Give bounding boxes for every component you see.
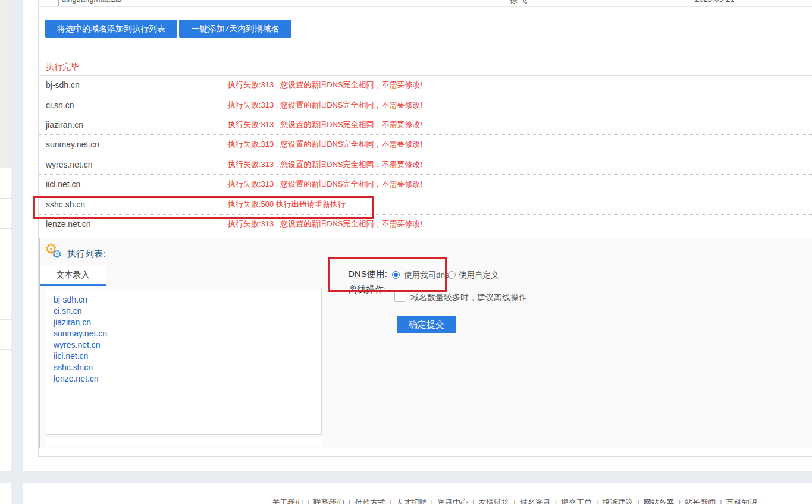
- table-date-cell: 2023-09-21: [695, 0, 735, 4]
- footer-link[interactable]: 站长新闻: [685, 498, 716, 504]
- result-row: ci.sn.cn执行失败:313 . 您设置的新旧DNS完全相同，不需要修改!: [39, 95, 812, 115]
- footer-separator: |: [431, 498, 433, 504]
- panel-lower-strip: [46, 438, 322, 447]
- footer-separator: |: [720, 498, 722, 504]
- footer-separator: |: [390, 498, 391, 504]
- radio-custom-dns-label[interactable]: 使用自定义: [459, 270, 499, 281]
- left-rail-cell: [0, 289, 11, 320]
- footer-link[interactable]: 联系我们: [313, 498, 344, 504]
- footer-link[interactable]: 人才招聘: [396, 498, 427, 504]
- footer-link[interactable]: 友情链接: [478, 498, 509, 504]
- footer-link[interactable]: 网站备案: [644, 498, 675, 504]
- result-message: 执行失败:313 . 您设置的新旧DNS完全相同，不需要修改!: [228, 139, 422, 150]
- footer-link[interactable]: 提交工单: [561, 498, 592, 504]
- table-domain-cell: dingdangmao.Ltd: [62, 0, 121, 4]
- result-domain: jiaziran.cn: [46, 120, 228, 130]
- offline-operation-checkbox[interactable]: [394, 291, 405, 302]
- footer-separator: |: [555, 498, 557, 504]
- domain-table-last-row: dingdangmao.Ltd 徐 飞 2023-09-21: [39, 0, 812, 7]
- left-rail-cell: [0, 229, 11, 259]
- annotation-box-failed-row: [33, 196, 374, 219]
- result-message: 执行失败:313 . 您设置的新旧DNS完全相同，不需要修改!: [228, 119, 422, 130]
- gears-icon: ⚙ ⚙: [45, 242, 67, 264]
- footer-link[interactable]: 关于我们: [272, 498, 303, 504]
- result-domain: iicl.net.cn: [46, 179, 228, 189]
- footer-link[interactable]: 百科知识: [726, 498, 757, 504]
- footer-link[interactable]: 资讯中心: [437, 498, 468, 504]
- footer-links: 关于我们|联系我们|付款方式|人才招聘|资讯中心|友情链接|域名资讯|提交工单|…: [0, 497, 812, 504]
- left-rail-cell: [0, 320, 11, 350]
- footer-band: [0, 471, 812, 483]
- footer-link[interactable]: 投诉建议: [602, 498, 633, 504]
- radio-custom-dns[interactable]: [448, 271, 456, 279]
- dns-batch-modify-page: dingdangmao.Ltd 徐 飞 2023-09-21 将选中的域名添加到…: [0, 0, 812, 504]
- table-owner-cell: 徐 飞: [510, 0, 528, 5]
- result-message: 执行失败:313 . 您设置的新旧DNS完全相同，不需要修改!: [228, 80, 422, 90]
- offline-operation-hint: 域名数量较多时，建议离线操作: [410, 292, 527, 303]
- domain-list-textarea[interactable]: [46, 289, 322, 435]
- result-domain: bj-sdh.cn: [46, 80, 228, 90]
- result-row: sunmay.net.cn执行失败:313 . 您设置的新旧DNS完全相同，不需…: [39, 135, 812, 155]
- result-message: 执行失败:313 . 您设置的新旧DNS完全相同，不需要修改!: [228, 219, 422, 229]
- results-header: 执行完毕: [39, 56, 812, 76]
- column-divider: [58, 0, 59, 6]
- add-selected-domains-button[interactable]: 将选中的域名添加到执行列表: [45, 20, 177, 38]
- footer-separator: |: [472, 498, 474, 504]
- result-message: 执行失败:313 . 您设置的新旧DNS完全相同，不需要修改!: [228, 159, 422, 170]
- execution-list-title: 执行列表:: [67, 248, 105, 260]
- results-title: 执行完毕: [46, 62, 79, 73]
- result-domain: lenze.net.cn: [46, 219, 228, 229]
- left-rail-top: [0, 0, 11, 168]
- footer-link[interactable]: 域名资讯: [520, 498, 551, 504]
- result-row: iicl.net.cn执行失败:313 . 您设置的新旧DNS完全相同，不需要修…: [39, 175, 812, 194]
- annotation-box-dns-option: [328, 257, 447, 292]
- result-row: bj-sdh.cn执行失败:313 . 您设置的新旧DNS完全相同，不需要修改!: [39, 75, 812, 95]
- column-divider: [48, 0, 48, 6]
- left-rail-strip: [11, 0, 23, 504]
- tab-text-entry[interactable]: 文本录入: [40, 266, 106, 284]
- footer-separator: |: [596, 498, 598, 504]
- active-tab-underline: [40, 284, 106, 286]
- left-rail-cell: [0, 168, 11, 199]
- result-message: 执行失败:313 . 您设置的新旧DNS完全相同，不需要修改!: [228, 179, 422, 190]
- tab-strip: 文本录入: [40, 266, 322, 286]
- footer-separator: |: [349, 498, 350, 504]
- footer-separator: |: [637, 498, 639, 504]
- result-row: wyres.net.cn执行失败:313 . 您设置的新旧DNS完全相同，不需要…: [39, 155, 812, 175]
- result-row: jiaziran.cn执行失败:313 . 您设置的新旧DNS完全相同，不需要修…: [39, 115, 812, 135]
- submit-button[interactable]: 确定提交: [397, 316, 456, 333]
- left-rail-cell: [0, 259, 11, 289]
- footer-separator: |: [513, 498, 515, 504]
- result-message: 执行失败:313 . 您设置的新旧DNS完全相同，不需要修改!: [228, 100, 422, 111]
- footer-link[interactable]: 付款方式: [355, 498, 385, 504]
- footer-separator: |: [307, 498, 309, 504]
- result-domain: sunmay.net.cn: [46, 140, 228, 149]
- result-domain: wyres.net.cn: [46, 160, 228, 169]
- left-rail-cell: [0, 199, 11, 229]
- footer-separator: |: [679, 498, 681, 504]
- add-expiring-domains-button[interactable]: 一键添加7天内到期域名: [179, 20, 291, 38]
- result-domain: ci.sn.cn: [46, 100, 228, 110]
